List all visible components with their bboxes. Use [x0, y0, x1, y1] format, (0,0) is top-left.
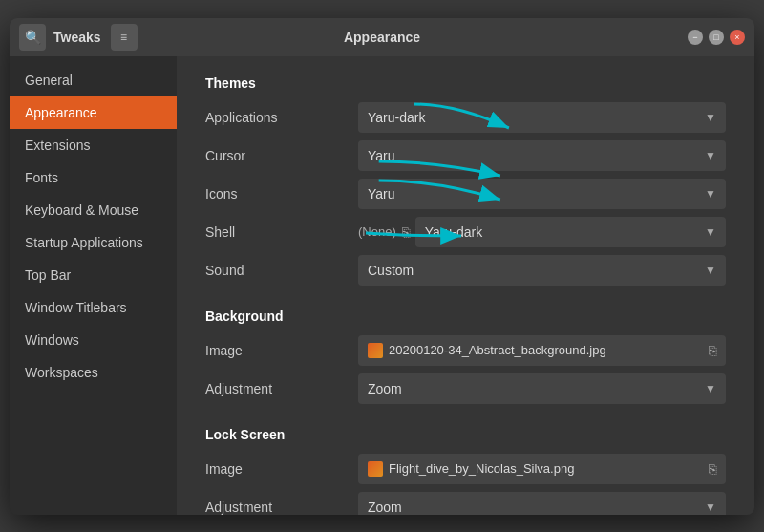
- cursor-dropdown[interactable]: Yaru ▼: [358, 140, 726, 171]
- bg-image-picker[interactable]: 20200120-34_Abstract_background.jpg ⎘: [358, 335, 726, 366]
- menu-icon: ≡: [120, 31, 127, 44]
- ls-adjustment-row: Adjustment Zoom ▼: [205, 492, 726, 515]
- lock-screen-section-title: Lock Screen: [205, 427, 726, 442]
- sidebar-item-fonts[interactable]: Fonts: [10, 161, 177, 194]
- app-name-area: Tweaks ≡: [53, 24, 138, 51]
- ls-adjustment-dropdown-arrow: ▼: [705, 500, 716, 514]
- search-icon: 🔍: [25, 30, 41, 45]
- sidebar-item-windows[interactable]: Windows: [10, 324, 177, 356]
- bg-image-label: Image: [205, 343, 358, 358]
- sidebar-item-startup-applications[interactable]: Startup Applications: [10, 226, 177, 259]
- icons-value: Yaru: [368, 186, 395, 202]
- bg-image-filename: 20200120-34_Abstract_background.jpg: [389, 343, 606, 357]
- themes-section-title: Themes: [205, 75, 726, 91]
- maximize-button[interactable]: □: [709, 30, 724, 45]
- close-button[interactable]: ×: [730, 30, 745, 45]
- ls-adjustment-label: Adjustment: [205, 500, 358, 515]
- sound-dropdown[interactable]: Custom ▼: [358, 255, 726, 286]
- shell-copy-icon[interactable]: ⎘: [402, 224, 410, 240]
- applications-value: Yaru-dark: [368, 110, 425, 125]
- sound-row: Sound Custom ▼: [205, 255, 726, 286]
- bg-adjustment-label: Adjustment: [205, 381, 358, 396]
- menu-button[interactable]: ≡: [111, 24, 138, 51]
- sidebar-item-appearance[interactable]: Appearance: [10, 96, 177, 129]
- bg-adjustment-row: Adjustment Zoom ▼: [205, 373, 726, 404]
- shell-label-area: Shell: [205, 224, 358, 240]
- shell-none-text: (None): [358, 224, 396, 239]
- sidebar-item-workspaces[interactable]: Workspaces: [10, 356, 177, 389]
- icons-dropdown-arrow: ▼: [705, 187, 716, 201]
- cursor-value: Yaru: [368, 148, 395, 163]
- shell-label: Shell: [205, 224, 235, 240]
- ls-image-filename: Flight_dive_by_Nicolas_Silva.png: [389, 461, 574, 476]
- titlebar: 🔍 Tweaks ≡ Appearance − □ ×: [10, 18, 754, 56]
- ls-image-copy-icon[interactable]: ⎘: [709, 461, 716, 477]
- cursor-row: Cursor Yaru ▼: [205, 140, 726, 171]
- applications-dropdown[interactable]: Yaru-dark ▼: [358, 102, 726, 133]
- window-title: Appearance: [344, 30, 420, 45]
- icons-row: Icons Yaru ▼: [205, 179, 726, 209]
- bg-image-copy-icon[interactable]: ⎘: [709, 343, 716, 358]
- main-window: 🔍 Tweaks ≡ Appearance − □ × General Appe…: [10, 18, 754, 515]
- sidebar-item-general[interactable]: General: [10, 64, 177, 96]
- cursor-label: Cursor: [205, 148, 358, 163]
- sound-dropdown-arrow: ▼: [705, 264, 716, 277]
- content-area: General Appearance Extensions Fonts Keyb…: [10, 56, 754, 515]
- shell-dropdown-arrow: ▼: [705, 225, 716, 239]
- sound-value: Custom: [368, 263, 414, 278]
- sidebar: General Appearance Extensions Fonts Keyb…: [10, 56, 177, 515]
- applications-label: Applications: [205, 110, 358, 125]
- search-button[interactable]: 🔍: [19, 24, 46, 51]
- bg-adjustment-dropdown-arrow: ▼: [705, 382, 716, 395]
- shell-value: Yaru-dark: [425, 224, 482, 240]
- bg-image-file-icon: [368, 343, 383, 358]
- icons-label: Icons: [205, 186, 358, 202]
- app-name: Tweaks: [53, 30, 101, 45]
- ls-image-name-area: Flight_dive_by_Nicolas_Silva.png: [368, 461, 574, 477]
- bg-adjustment-value: Zoom: [368, 381, 402, 396]
- window-controls: − □ ×: [688, 30, 745, 45]
- ls-image-row: Image Flight_dive_by_Nicolas_Silva.png ⎘: [205, 454, 726, 484]
- bg-adjustment-dropdown[interactable]: Zoom ▼: [358, 373, 726, 404]
- ls-image-picker[interactable]: Flight_dive_by_Nicolas_Silva.png ⎘: [358, 454, 726, 484]
- shell-dropdown[interactable]: Yaru-dark ▼: [415, 217, 726, 247]
- shell-row: Shell (None) ⎘ Yaru-dark ▼: [205, 217, 726, 247]
- applications-row: Applications Yaru-dark ▼: [205, 102, 726, 133]
- main-content: Themes Applications Yaru-dark ▼ Cursor Y…: [177, 56, 754, 515]
- ls-image-file-icon: [368, 461, 383, 477]
- applications-dropdown-arrow: ▼: [705, 111, 716, 124]
- bg-image-row: Image 20200120-34_Abstract_background.jp…: [205, 335, 726, 366]
- background-section-title: Background: [205, 309, 726, 324]
- sidebar-item-keyboard-mouse[interactable]: Keyboard & Mouse: [10, 194, 177, 226]
- main-inner: Themes Applications Yaru-dark ▼ Cursor Y…: [205, 75, 726, 515]
- ls-adjustment-value: Zoom: [368, 500, 402, 515]
- sidebar-item-window-titlebars[interactable]: Window Titlebars: [10, 291, 177, 324]
- cursor-dropdown-arrow: ▼: [705, 149, 716, 162]
- sound-label: Sound: [205, 263, 358, 278]
- icons-dropdown[interactable]: Yaru ▼: [358, 179, 726, 209]
- ls-adjustment-dropdown[interactable]: Zoom ▼: [358, 492, 726, 515]
- ls-image-label: Image: [205, 461, 358, 477]
- bg-image-name-area: 20200120-34_Abstract_background.jpg: [368, 343, 606, 358]
- minimize-button[interactable]: −: [688, 30, 703, 45]
- sidebar-item-extensions[interactable]: Extensions: [10, 129, 177, 161]
- sidebar-item-top-bar[interactable]: Top Bar: [10, 259, 177, 291]
